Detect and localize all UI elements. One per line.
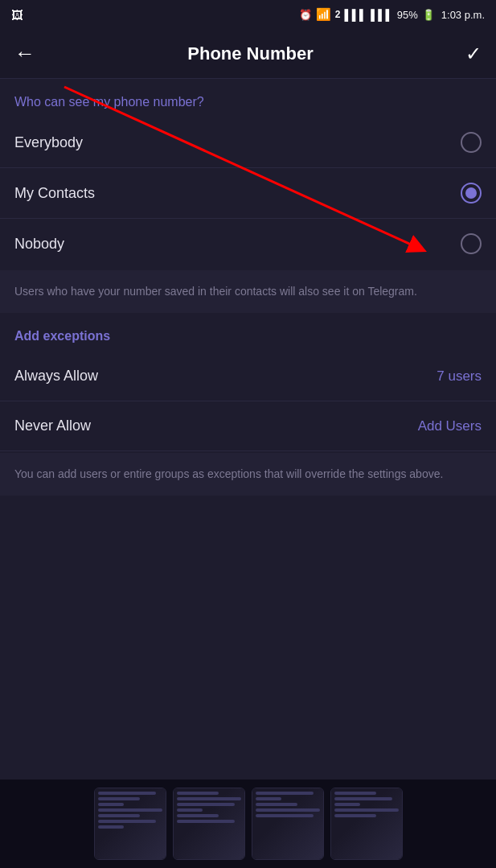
info-text-exceptions: You can add users or entire groups as ex… bbox=[14, 467, 443, 480]
radio-mycontacts-inner bbox=[465, 187, 477, 199]
sim-icon: 2 bbox=[335, 9, 341, 20]
thumbnail-strip bbox=[0, 780, 496, 868]
section-label-who: Who can see my phone number? bbox=[0, 79, 496, 117]
screenshot-icon: 🖼 bbox=[11, 8, 23, 22]
thumbnail-3-inner bbox=[252, 788, 323, 859]
radio-everybody-circle bbox=[461, 132, 482, 153]
thumbnail-3[interactable] bbox=[252, 788, 324, 860]
never-allow-value: Add Users bbox=[418, 418, 482, 434]
exceptions-label: Add exceptions bbox=[0, 313, 496, 352]
thumbnail-2[interactable] bbox=[173, 788, 245, 860]
header: ← Phone Number ✓ bbox=[0, 29, 496, 79]
time-display: 1:03 p.m. bbox=[441, 9, 485, 21]
info-text-contacts: Users who have your number saved in thei… bbox=[14, 285, 417, 298]
always-allow-label: Always Allow bbox=[14, 368, 98, 385]
radio-nobody[interactable]: Nobody bbox=[0, 219, 496, 269]
radio-mycontacts-circle bbox=[461, 183, 482, 204]
radio-nobody-label: Nobody bbox=[14, 236, 64, 253]
signal-icon: ▌▌▌ bbox=[344, 9, 367, 21]
radio-everybody-label: Everybody bbox=[14, 134, 83, 151]
info-box-contacts: Users who have your number saved in thei… bbox=[0, 270, 496, 313]
radio-mycontacts[interactable]: My Contacts bbox=[0, 168, 496, 219]
confirm-button[interactable]: ✓ bbox=[465, 43, 482, 65]
radio-everybody[interactable]: Everybody bbox=[0, 117, 496, 168]
radio-mycontacts-label: My Contacts bbox=[14, 185, 95, 202]
thumbnail-4-inner bbox=[331, 788, 402, 859]
thumbnail-4[interactable] bbox=[330, 788, 403, 860]
battery-percentage: 95% bbox=[397, 9, 418, 21]
thumbnail-1-inner bbox=[95, 788, 166, 859]
battery-icon: 🔋 bbox=[422, 9, 435, 21]
status-bar-left: 🖼 bbox=[11, 8, 23, 22]
never-allow-label: Never Allow bbox=[14, 418, 91, 434]
radio-options-container: Everybody My Contacts Nobody bbox=[0, 117, 496, 269]
signal2-icon: ▌▌▌ bbox=[371, 9, 393, 21]
thumbnail-1[interactable] bbox=[94, 788, 166, 860]
always-allow-row[interactable]: Always Allow 7 users bbox=[0, 352, 496, 401]
status-bar-right: ⏰ 📶 2 ▌▌▌ ▌▌▌ 95% 🔋 1:03 p.m. bbox=[299, 7, 485, 22]
info-box-exceptions: You can add users or entire groups as ex… bbox=[0, 453, 496, 496]
back-button[interactable]: ← bbox=[14, 41, 35, 66]
radio-nobody-circle bbox=[461, 233, 482, 254]
thumbnail-2-inner bbox=[174, 788, 244, 859]
wifi-icon: 📶 bbox=[316, 7, 331, 22]
always-allow-value: 7 users bbox=[437, 368, 482, 385]
status-bar: 🖼 ⏰ 📶 2 ▌▌▌ ▌▌▌ 95% 🔋 1:03 p.m. bbox=[0, 0, 496, 29]
page-title: Phone Number bbox=[43, 43, 457, 64]
never-allow-row[interactable]: Never Allow Add Users bbox=[0, 401, 496, 451]
alarm-icon: ⏰ bbox=[299, 9, 312, 21]
